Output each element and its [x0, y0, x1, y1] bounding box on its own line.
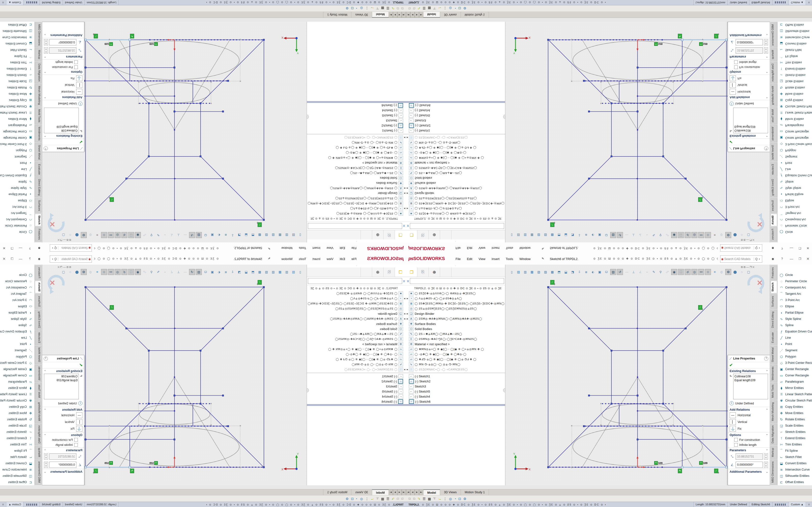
view-tool-icon[interactable]: ⚙: [346, 6, 349, 10]
length-input[interactable]: 10.88152731: [735, 47, 763, 54]
feature-tree-item[interactable]: ⌐ (-) Sketch6: [307, 399, 406, 404]
command-tab[interactable]: Markup: [771, 446, 777, 459]
tree-expander-icon[interactable]: ▶: [403, 313, 406, 315]
command-tab[interactable]: Features: [35, 266, 41, 280]
feature-tree-item[interactable]: ≣ ◯ Ƨ5✥ƷƐƧ5◯ⅯⅯ◎◦✥ ⅮϹƷƐ⌐ƷƐƧ5◯◦◯Ƨ5ƷƐ⌐ƷƐⅮϹ✥…: [307, 301, 406, 306]
tab-nav-button[interactable]: ▶|: [389, 12, 393, 18]
view-tool-icon[interactable]: ⧉: [401, 6, 404, 10]
collapse-icon[interactable]: ⌃: [44, 71, 46, 73]
existing-relations-header[interactable]: Existing Relations: [56, 134, 83, 137]
view-tool-icon[interactable]: ⧉: [397, 6, 399, 10]
document-tab[interactable]: Model: [423, 12, 440, 18]
tree-expander-icon[interactable]: ▶: [403, 187, 406, 189]
add-relations-header[interactable]: Add Relations: [729, 96, 750, 99]
relation-badge[interactable]: ✎: [678, 34, 682, 38]
feature-tree-item[interactable]: ▱ ◯ ✥Ⅎ⅁◦⚶◯ ✲ ◉[◯ ◦ ◯]◉ ✲ ◯⚶◦⅁Ⅎ ✥ ◯: [307, 357, 406, 362]
sketch-tool-item[interactable]: ∿ Spline: [777, 179, 812, 185]
sketch-tool-item[interactable]: ↻ Rotate Entities: [0, 416, 35, 422]
feature-tree-item[interactable]: ⌐ (-) Sketch1: [406, 374, 505, 379]
sketch-tool-item[interactable]: ◲ Scale Entities: [0, 422, 35, 429]
featuremanager-tab[interactable]: [440, 230, 451, 239]
search-icon[interactable]: Q: [53, 258, 58, 261]
feature-tree-item[interactable]: Σ ◯ Ƨ5ⅯΝ◎◦✥ΑⅭᵃƷƐ◯◦◯ƷƐᵃⅭΑ✥◦◎ⅯΝƧ5◯: [307, 165, 406, 170]
sketch-tool-item[interactable]: ⬓ Convert Entities: [0, 460, 35, 466]
feature-tree-item[interactable]: ≣ ◯ Ƨ5✥ƷƐƧ5◯ⅯⅯ◎◦✥ ⅮϹƷƐ⌐ƷƐƧ5◯◦◯Ƨ5ƷƐ⌐ƷƐⅮϹ✥…: [406, 201, 505, 206]
view-tool-icon[interactable]: ◎: [449, 6, 452, 10]
add-relation-button[interactable]: —Horizontal: [728, 412, 770, 418]
sketch-tool-item[interactable]: ⬓ Convert Entities: [777, 460, 812, 466]
tree-expander-icon[interactable]: ▶: [406, 136, 409, 138]
sketch-tool-item[interactable]: ∿ Style Spline: [0, 185, 35, 191]
checkbox[interactable]: [734, 65, 738, 69]
equal-length-tag[interactable]: =109: [654, 42, 662, 46]
equal-length-tag[interactable]: =109: [150, 461, 158, 465]
sketch-tool-item[interactable]: ⬡ Polygon: [777, 353, 812, 360]
sketch-tool-item[interactable]: ⌒ Tangent Arc: [777, 291, 812, 297]
command-tab[interactable]: MBD Dimensions: [771, 460, 777, 485]
tree-expander-icon[interactable]: ▶: [403, 318, 406, 320]
command-tab[interactable]: Sketch: [771, 214, 777, 226]
option-row[interactable]: Infinite length: [42, 442, 84, 447]
cancel-sketch-icon[interactable]: ✕: [757, 279, 763, 287]
sketch-tool-item[interactable]: ⊞ Copy Entities: [777, 404, 812, 410]
feature-tree-item[interactable]: ⬡ Solid Bodies: [406, 175, 505, 181]
sketch-tool-item[interactable]: ▣ Center Rectangle: [777, 135, 812, 141]
view-tool-icon[interactable]: ✎: [392, 497, 394, 501]
menu-item[interactable]: Tools: [299, 246, 306, 250]
sketch-tool-item[interactable]: ⬓ Convert Entities: [0, 41, 35, 47]
feature-tree-item[interactable]: ⬡ Solid Bodies: [307, 326, 406, 332]
filter-funnel-icon[interactable]: ⩔: [407, 279, 409, 283]
featuremanager-tab[interactable]: ⊕: [429, 268, 440, 277]
cancel-sketch-icon[interactable]: ✕: [757, 220, 763, 228]
sketch-tool-item[interactable]: ƒ Equation Driven Curve: [777, 172, 812, 179]
sketch-tool-item[interactable]: ◠ 3 Point Arc: [777, 204, 812, 210]
command-tab[interactable]: Sketch: [35, 214, 41, 226]
panel-drag-handle[interactable]: ◦: [406, 239, 505, 242]
sketch-tool-item[interactable]: ⊏ Offset Entities: [777, 479, 812, 485]
graphics-area[interactable]: ⧉ ⧉ — ❐ ✕ ▯▤▥▦▧▨▩⬒⬓⬔⇩⧇⬖▣⛁▨↺—⊥∡⌁✎⚲☍◉⛶☌◎⚯⊹…: [505, 22, 770, 242]
feature-tree-item[interactable]: ⌐ (-) Sketch4: [406, 108, 505, 113]
feature-tree-item[interactable]: ▱ ◯ ✥ⅯΝ◎⚶+◯ ✲ ◉[◯ ◦ ◯]◉ ✲ ◯+⚶◎ⅯΝ ✥ ◯: [307, 155, 406, 160]
sketch-tool-item[interactable]: ◠ Centerpoint Arc: [777, 284, 812, 291]
sketch-tool-item[interactable]: ▣ Center Rectangle: [0, 135, 35, 141]
sketch-tool-item[interactable]: ◲ Scale Entities: [0, 78, 35, 84]
sketch-tool-item[interactable]: ⧫ Mirror Entities: [0, 385, 35, 391]
command-tab[interactable]: Markup: [771, 48, 777, 61]
tab-nav-button[interactable]: ◀: [397, 489, 402, 495]
view-tool-icon[interactable]: ▦: [381, 6, 384, 10]
tab-nav-button[interactable]: |◀: [406, 489, 410, 495]
sketch-tool-item[interactable]: ◇ 3 Point Center Recta...: [0, 141, 35, 147]
document-tab[interactable]: Model: [372, 489, 389, 495]
featuremanager-tab[interactable]: ❒: [395, 230, 406, 239]
search-dropdown-icon[interactable]: ▾: [759, 247, 762, 249]
command-tab[interactable]: Data Migration: [35, 62, 41, 83]
tree-filter-input[interactable]: [308, 223, 402, 229]
feature-tree-item[interactable]: ✎ ◯ Ƨ5◦⌐✱⚶ΑⅯ◯◦◯ⅯΑ⚶✱⌐◦Ƨ5◯: [307, 170, 406, 175]
feature-tree-item[interactable]: ⌐ (-) Sketch6: [406, 399, 505, 404]
sketch-tool-item[interactable]: ▭ Corner Rectangle: [777, 372, 812, 379]
restore-button[interactable]: ❐: [9, 256, 15, 262]
add-relation-button[interactable]: ⚓Fix: [728, 426, 770, 432]
featuremanager-tab[interactable]: ❒: [406, 268, 417, 277]
panel-drag-handle[interactable]: ◦: [406, 265, 505, 268]
ok-checkmark-icon[interactable]: ✔: [728, 139, 770, 145]
relation-badge[interactable]: ∕ȝ: [714, 34, 718, 38]
angle-input[interactable]: 0.00000000°: [49, 39, 77, 45]
angle-spinner[interactable]: ▲▼: [44, 39, 48, 45]
panel-drag-handle[interactable]: ◦: [307, 239, 406, 242]
search-box[interactable]: ◉ Search CAD Models Q ▾: [50, 256, 92, 263]
feature-tree-item[interactable]: ⌐ (-) Sketch6: [307, 103, 406, 108]
add-relation-button[interactable]: ⚓Fix: [42, 426, 84, 432]
sketch-tool-item[interactable]: ✄ Trim Entities: [0, 441, 35, 448]
tab-nav-button[interactable]: ▶: [415, 12, 419, 18]
command-tab[interactable]: Evaluate: [771, 331, 777, 345]
feature-tree-item[interactable]: ▶ ⚿ ◯ Ƨ5ƷƐⅯΝΑⅭ+◯ ◦◯ +ⅭΑⅯΝƷƐƧ5◯: [307, 135, 406, 140]
sketch-tool-item[interactable]: ◠ Centerpoint Arc: [777, 216, 812, 223]
feature-tree-item[interactable]: TRPDL2. ⊙ ƷƐ ⊙ Ш ⊙ ⊙ ⊙ ✥ ⊙ ⅮϹ ⊙ ƷƐ ⊙ • ⊙…: [307, 216, 406, 221]
command-tab[interactable]: Sketch: [771, 281, 777, 293]
angle-input[interactable]: 0.00000000°: [735, 39, 763, 45]
graphics-area[interactable]: ⧉ ⧉ — ❐ ✕ ▯▤▥▦▧▨▩⬒⬓⬔⇩⧇⬖▣⛁▨↺—⊥∡⌁✎⚲☍◉⛶☌◎⚯⊹…: [42, 265, 307, 485]
sketch-tool-item[interactable]: ╱ Line: [0, 335, 35, 341]
document-tab[interactable]: 3D Views: [351, 12, 372, 18]
command-tab[interactable]: Direct Editing: [35, 310, 41, 330]
